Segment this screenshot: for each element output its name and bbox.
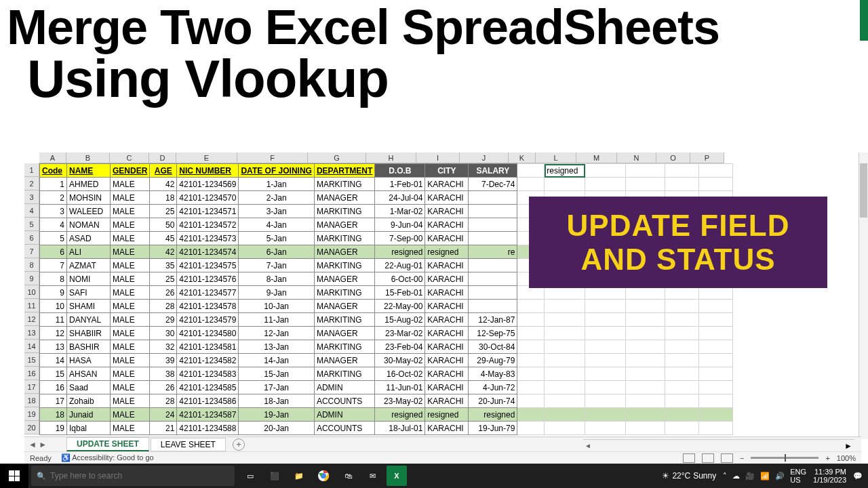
cell-I18[interactable]: KARACHI [425, 394, 469, 408]
cell-N14[interactable] [626, 340, 665, 354]
cell-A15[interactable]: 14 [40, 354, 67, 367]
cell-J4[interactable] [469, 205, 517, 218]
cell-J11[interactable] [469, 300, 517, 313]
cell-B15[interactable]: HASA [67, 354, 111, 367]
cell-F2[interactable]: 1-Jan [239, 178, 314, 191]
view-normal-button[interactable] [683, 453, 695, 463]
table-row[interactable]: 18JunaidMALE2442101-123458719-JanADMINre… [40, 408, 733, 422]
cell-I17[interactable]: KARACHI [425, 381, 469, 394]
cell-B13[interactable]: SHABIIR [67, 327, 111, 340]
cell-M18[interactable] [585, 394, 626, 408]
cell-N11[interactable] [626, 300, 665, 313]
cell-D14[interactable]: 32 [150, 340, 177, 354]
row-header-8[interactable]: 8 [24, 258, 39, 272]
cell-F5[interactable]: 4-Jan [239, 218, 314, 232]
tab-nav-arrows[interactable]: ◄ ► [24, 440, 65, 449]
cell-C12[interactable]: MALE [111, 313, 150, 327]
cell-G16[interactable]: MARKITING [314, 367, 374, 381]
cell-J2[interactable]: 7-Dec-74 [469, 178, 517, 191]
cell-D3[interactable]: 18 [150, 191, 177, 205]
cell-B4[interactable]: WALEED [67, 205, 111, 218]
cell-G12[interactable]: MARKITING [314, 313, 374, 327]
add-sheet-button[interactable]: + [233, 439, 245, 451]
header-name[interactable]: NAME [67, 164, 111, 178]
cell-A4[interactable]: 3 [40, 205, 67, 218]
cell-A9[interactable]: 8 [40, 272, 67, 286]
cell-B19[interactable]: Junaid [67, 408, 111, 422]
cell-N19[interactable] [626, 408, 665, 422]
row-header-6[interactable]: 6 [24, 231, 39, 245]
cell-F18[interactable]: 18-Jan [239, 394, 314, 408]
vertical-scrollbar-thumb[interactable] [860, 163, 867, 218]
cell-D15[interactable]: 39 [150, 354, 177, 367]
row-header-14[interactable]: 14 [24, 340, 39, 353]
selected-cell[interactable]: resigned [545, 164, 585, 178]
row-header-15[interactable]: 15 [24, 353, 39, 367]
column-header-J[interactable]: J [460, 152, 509, 163]
cell-E19[interactable]: 42101-1234587 [177, 408, 239, 422]
header-salary[interactable]: SALARY [469, 164, 517, 178]
vertical-scrollbar[interactable] [859, 152, 868, 439]
cell-I7[interactable]: resigned [425, 245, 469, 259]
cell-F19[interactable]: 19-Jan [239, 408, 314, 422]
cell-L13[interactable] [545, 327, 585, 340]
table-row[interactable]: 1AHMEDMALE4242101-12345691-JanMARKITING1… [40, 178, 733, 191]
cell-I10[interactable]: KARACHI [425, 286, 469, 300]
row-header-16[interactable]: 16 [24, 367, 39, 380]
cell-H12[interactable]: 15-Aug-02 [375, 313, 425, 327]
cell-K12[interactable] [517, 313, 545, 327]
file-explorer-button[interactable]: 📁 [289, 466, 309, 486]
cell-G4[interactable]: MARKITING [314, 205, 374, 218]
cell-C9[interactable]: MALE [111, 272, 150, 286]
cell-B5[interactable]: NOMAN [67, 218, 111, 232]
row-header-7[interactable]: 7 [24, 245, 39, 258]
cell-J15[interactable]: 29-Aug-79 [469, 354, 517, 367]
row-header-1[interactable]: 1 [24, 163, 39, 177]
column-header-E[interactable]: E [176, 152, 237, 163]
cell-H15[interactable]: 30-May-02 [375, 354, 425, 367]
taskbar-search[interactable]: 🔍 [31, 466, 235, 486]
row-header-3[interactable]: 3 [24, 190, 39, 204]
cell-J7[interactable]: re [469, 245, 517, 259]
cell-K2[interactable] [517, 178, 545, 191]
cell-P1[interactable] [699, 164, 733, 178]
cell-J9[interactable] [469, 272, 517, 286]
mail-button[interactable]: ✉ [362, 466, 382, 486]
cell-L2[interactable] [545, 178, 585, 191]
cell-C7[interactable]: MALE [111, 245, 150, 259]
cell-H8[interactable]: 22-Aug-01 [375, 259, 425, 272]
cell-E3[interactable]: 42101-1234570 [177, 191, 239, 205]
header-gender[interactable]: GENDER [111, 164, 150, 178]
cell-F10[interactable]: 9-Jan [239, 286, 314, 300]
cell-P19[interactable] [699, 408, 733, 422]
cell-O1[interactable] [665, 164, 699, 178]
cell-C16[interactable]: MALE [111, 367, 150, 381]
cell-P2[interactable] [699, 178, 733, 191]
cell-O20[interactable] [665, 422, 699, 435]
cell-I14[interactable]: KARACHI [425, 340, 469, 354]
cell-P17[interactable] [699, 381, 733, 394]
cell-G14[interactable]: MARKITING [314, 340, 374, 354]
cell-A13[interactable]: 12 [40, 327, 67, 340]
column-header-G[interactable]: G [308, 152, 366, 163]
cell-G2[interactable]: MARKITING [314, 178, 374, 191]
cell-H11[interactable]: 22-May-00 [375, 300, 425, 313]
cell-O13[interactable] [665, 327, 699, 340]
table-row[interactable]: 11DANYALMALE2942101-123457911-JanMARKITI… [40, 313, 733, 327]
cell-F8[interactable]: 7-Jan [239, 259, 314, 272]
cell-J6[interactable] [469, 232, 517, 245]
task-view-button[interactable]: ▭ [240, 466, 260, 486]
cell-H16[interactable]: 16-Oct-02 [375, 367, 425, 381]
cell-M19[interactable] [585, 408, 626, 422]
cell-D16[interactable]: 38 [150, 367, 177, 381]
cell-A19[interactable]: 18 [40, 408, 67, 422]
cell-P11[interactable] [699, 300, 733, 313]
table-row[interactable]: 12SHABIIRMALE3042101-123458012-JanMANAGE… [40, 327, 733, 340]
onedrive-icon[interactable]: ☁ [732, 472, 740, 481]
cell-P14[interactable] [699, 340, 733, 354]
cell-K19[interactable] [517, 408, 545, 422]
cell-C2[interactable]: MALE [111, 178, 150, 191]
language-indicator[interactable]: ENGUS [790, 468, 806, 484]
cell-F11[interactable]: 10-Jan [239, 300, 314, 313]
cell-D7[interactable]: 42 [150, 245, 177, 259]
